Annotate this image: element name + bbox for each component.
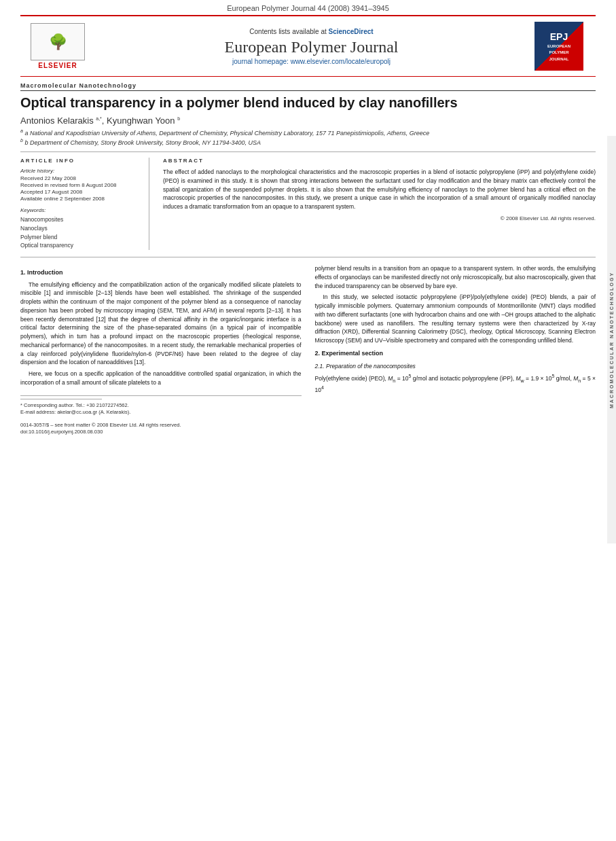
footnote-2: E-mail address: akelar@cc.uoa.gr (A. Kel… <box>20 409 302 416</box>
contents-text: Contents lists available at <box>249 28 326 35</box>
journal-name: European Polymer Journal <box>95 38 528 56</box>
copyright-notice: © 2008 Elsevier Ltd. All rights reserved… <box>163 215 596 221</box>
body-section: 1. Introduction The emulsifying efficien… <box>20 264 596 436</box>
history-label: Article history: <box>20 168 141 174</box>
main-content: Macromolecular Nanotechnology Optical tr… <box>20 82 596 436</box>
footnote-2-text: E-mail address: akelar@cc.uoa.gr (A. Kel… <box>20 409 130 415</box>
affiliation-b-text: b Department of Chemistry, Stony Brook U… <box>24 139 261 146</box>
date-received: Received 22 May 2008 <box>20 175 141 181</box>
intro-para-1: The emulsifying efficiency and the compa… <box>20 281 302 368</box>
date-online: Available online 2 September 2008 <box>20 196 141 202</box>
sidebar-label: MACROMOLECULAR NANOTECHNOLOGY <box>607 136 616 543</box>
footnote-rule <box>20 399 102 399</box>
abstract-text: The effect of added nanoclays to the mor… <box>163 168 596 211</box>
keyword-1: Nanocomposites <box>20 215 141 224</box>
keywords-label: Keywords: <box>20 207 141 213</box>
keyword-3: Polymer blend <box>20 233 141 242</box>
footnote-1: * Corresponding author. Tel.: +30 210722… <box>20 402 302 410</box>
journal-homepage: journal homepage: www.elsevier.com/locat… <box>95 58 528 65</box>
divider-1 <box>20 151 596 152</box>
science-direct-line: Contents lists available at ScienceDirec… <box>95 28 528 35</box>
science-direct-link[interactable]: ScienceDirect <box>329 28 374 35</box>
article-meta-section: ARTICLE INFO Article history: Received 2… <box>20 158 596 250</box>
section2-sub1: 2.1. Preparation of the nanocomposites <box>315 362 596 371</box>
article-history: Article history: Received 22 May 2008 Re… <box>20 168 141 202</box>
body-col-left: 1. Introduction The emulsifying efficien… <box>20 264 302 436</box>
journal-badge: EPJ EUROPEANPOLYMERJOURNAL <box>535 22 583 71</box>
affiliation-a-text: a National and Kapodistrian University o… <box>24 130 429 137</box>
section2-heading: 2. Experimental section <box>315 349 596 359</box>
journal-citation: European Polymer Journal 44 (2008) 3941–… <box>0 0 616 15</box>
citation-text: European Polymer Journal 44 (2008) 3941–… <box>227 4 389 12</box>
page: European Polymer Journal 44 (2008) 3941–… <box>0 0 616 841</box>
journal-title-area: Contents lists available at ScienceDirec… <box>95 28 528 65</box>
intro-para-4: In this study, we selected isotactic pol… <box>315 293 596 345</box>
footer-license: 0014-3057/$ – see front matter © 2008 El… <box>20 422 302 429</box>
badge-full-name: EUROPEANPOLYMERJOURNAL <box>547 44 570 61</box>
section-label: Macromolecular Nanotechnology <box>20 82 596 91</box>
journal-badge-area: EPJ EUROPEANPOLYMERJOURNAL <box>535 22 589 71</box>
keyword-2: Nanoclays <box>20 224 141 233</box>
divider-2 <box>20 257 596 257</box>
elsevier-logo-box: 🌳 <box>31 23 85 60</box>
elsevier-logo: 🌳 ELSEVIER <box>27 23 88 69</box>
keyword-4: Optical transparency <box>20 241 141 250</box>
intro-para-3: polymer blend results in a transition fr… <box>315 264 596 290</box>
affiliation-a: a a National and Kapodistrian University… <box>20 128 596 137</box>
article-info-col: ARTICLE INFO Article history: Received 2… <box>20 158 149 250</box>
experimental-para-1: Poly(ethylene oxide) (PEO), Mn = 105 g/m… <box>315 373 596 395</box>
paper-title: Optical transparency in a polymer blend … <box>20 94 596 111</box>
elsevier-tree-icon: 🌳 <box>49 35 67 50</box>
intro-para-2: Here, we focus on a specific application… <box>20 370 302 387</box>
authors-line: Antonios Kelarakis a,*, Kyunghwan Yoon b <box>20 115 596 126</box>
elsevier-wordmark: ELSEVIER <box>38 62 77 69</box>
badge-inner: EPJ EUROPEANPOLYMERJOURNAL <box>547 31 570 62</box>
abstract-col: ABSTRACT The effect of added nanoclays t… <box>163 158 596 250</box>
footer-doi: doi:10.1016/j.eurpolymj.2008.08.030 <box>20 429 302 436</box>
keywords-section: Keywords: Nanocomposites Nanoclays Polym… <box>20 207 141 250</box>
date-accepted: Accepted 17 August 2008 <box>20 189 141 195</box>
badge-abbr: EPJ <box>547 31 570 43</box>
abstract-title: ABSTRACT <box>163 158 596 164</box>
date-revised: Received in revised form 8 August 2008 <box>20 182 141 188</box>
article-info-title: ARTICLE INFO <box>20 158 141 164</box>
affiliation-b: b b Department of Chemistry, Stony Brook… <box>20 138 596 146</box>
journal-header: 🌳 ELSEVIER Contents lists available at S… <box>20 15 596 77</box>
body-col-right: polymer blend results in a transition fr… <box>315 264 596 436</box>
elsevier-logo-area: 🌳 ELSEVIER <box>27 23 88 69</box>
section1-heading: 1. Introduction <box>20 268 302 278</box>
footnote-section: * Corresponding author. Tel.: +30 210722… <box>20 395 302 436</box>
